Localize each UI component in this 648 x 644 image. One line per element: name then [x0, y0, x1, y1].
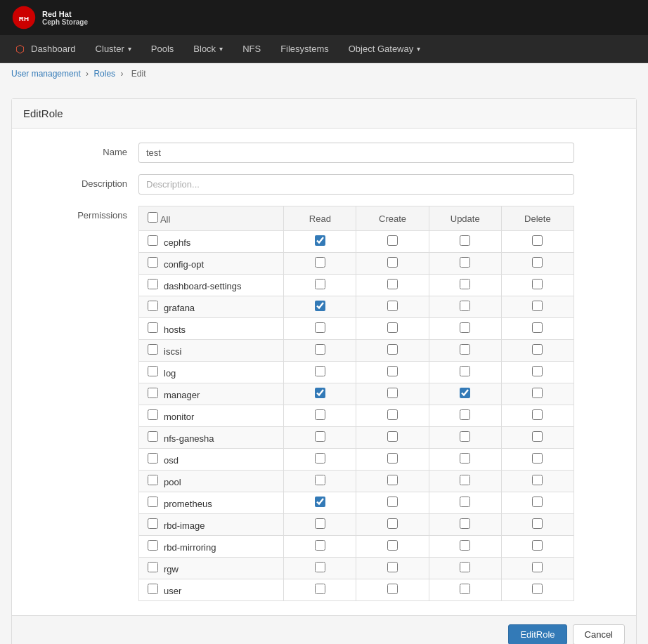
osd-create-checkbox[interactable]: [387, 453, 398, 464]
log-read-checkbox[interactable]: [315, 366, 325, 376]
row-all-checkbox-dashboard-settings[interactable]: [148, 279, 158, 289]
select-all-checkbox[interactable]: [148, 212, 158, 223]
iscsi-update-checkbox[interactable]: [460, 344, 470, 355]
rgw-delete-checkbox[interactable]: [532, 562, 543, 572]
user-update-checkbox[interactable]: [460, 584, 470, 594]
monitor-delete-checkbox[interactable]: [532, 409, 543, 420]
rbd-image-read-checkbox[interactable]: [315, 518, 325, 529]
edit-role-button[interactable]: EditRole: [508, 624, 566, 644]
config-opt-read-checkbox[interactable]: [315, 257, 325, 268]
grafana-update-checkbox[interactable]: [460, 301, 470, 311]
grafana-create-checkbox[interactable]: [387, 301, 398, 311]
user-delete-checkbox[interactable]: [532, 584, 543, 594]
nfs-ganesha-create-checkbox[interactable]: [387, 431, 398, 442]
manager-create-checkbox[interactable]: [387, 388, 398, 398]
prometheus-update-checkbox[interactable]: [460, 497, 470, 507]
name-input[interactable]: [138, 143, 574, 163]
manager-read-checkbox[interactable]: [315, 388, 325, 398]
config-opt-create-checkbox[interactable]: [387, 257, 398, 268]
iscsi-read-checkbox[interactable]: [315, 344, 325, 355]
log-delete-checkbox[interactable]: [532, 366, 543, 376]
rbd-mirroring-read-checkbox[interactable]: [315, 540, 325, 551]
breadcrumb-roles[interactable]: Roles: [93, 69, 115, 79]
monitor-read-checkbox[interactable]: [315, 409, 325, 420]
dashboard-settings-read-checkbox[interactable]: [315, 279, 325, 289]
row-all-checkbox-manager[interactable]: [148, 388, 158, 398]
monitor-update-checkbox[interactable]: [460, 409, 470, 420]
hosts-create-checkbox[interactable]: [387, 322, 398, 333]
row-all-checkbox-grafana[interactable]: [148, 301, 158, 311]
hosts-read-checkbox[interactable]: [315, 322, 325, 333]
rbd-image-delete-checkbox[interactable]: [532, 518, 543, 529]
row-all-checkbox-log[interactable]: [148, 366, 158, 376]
osd-delete-checkbox[interactable]: [532, 453, 543, 464]
prometheus-create-checkbox[interactable]: [387, 497, 398, 507]
manager-delete-checkbox[interactable]: [532, 388, 543, 398]
nav-block[interactable]: Block ▾: [183, 35, 233, 63]
hosts-delete-checkbox[interactable]: [532, 322, 543, 333]
row-all-checkbox-pool[interactable]: [148, 475, 158, 485]
row-all-checkbox-monitor[interactable]: [148, 409, 158, 420]
nav-nfs[interactable]: NFS: [233, 35, 271, 63]
config-opt-update-checkbox[interactable]: [460, 257, 470, 268]
pool-update-checkbox[interactable]: [460, 475, 470, 485]
nav-pools[interactable]: Pools: [141, 35, 184, 63]
rbd-image-update-checkbox[interactable]: [460, 518, 470, 529]
row-all-checkbox-user[interactable]: [148, 584, 158, 594]
rgw-update-checkbox[interactable]: [460, 562, 470, 572]
cephfs-delete-checkbox[interactable]: [532, 235, 543, 246]
rbd-image-create-checkbox[interactable]: [387, 518, 398, 529]
pool-create-checkbox[interactable]: [387, 475, 398, 485]
cephfs-create-checkbox[interactable]: [387, 235, 398, 246]
config-opt-delete-checkbox[interactable]: [532, 257, 543, 268]
grafana-delete-checkbox[interactable]: [532, 301, 543, 311]
osd-update-checkbox[interactable]: [460, 453, 470, 464]
user-read-checkbox[interactable]: [315, 584, 325, 594]
log-create-checkbox[interactable]: [387, 366, 398, 376]
cephfs-update-checkbox[interactable]: [460, 235, 470, 246]
pool-read-checkbox[interactable]: [315, 475, 325, 485]
row-all-checkbox-nfs-ganesha[interactable]: [148, 431, 158, 442]
nav-dashboard[interactable]: ⬡ Dashboard: [6, 35, 86, 63]
hosts-update-checkbox[interactable]: [460, 322, 470, 333]
prometheus-read-checkbox[interactable]: [315, 497, 325, 507]
nav-object-gateway[interactable]: Object Gateway ▾: [339, 35, 431, 63]
row-all-checkbox-cephfs[interactable]: [148, 235, 158, 246]
user-create-checkbox[interactable]: [387, 584, 398, 594]
rbd-mirroring-create-checkbox[interactable]: [387, 540, 398, 551]
iscsi-delete-checkbox[interactable]: [532, 344, 543, 355]
row-all-checkbox-rbd-image[interactable]: [148, 518, 158, 529]
row-all-checkbox-rbd-mirroring[interactable]: [148, 540, 158, 551]
row-all-checkbox-config-opt[interactable]: [148, 257, 158, 268]
nav-cluster[interactable]: Cluster ▾: [86, 35, 141, 63]
grafana-read-checkbox[interactable]: [315, 301, 325, 311]
iscsi-create-checkbox[interactable]: [387, 344, 398, 355]
pool-delete-checkbox[interactable]: [532, 475, 543, 485]
log-update-checkbox[interactable]: [460, 366, 470, 376]
prometheus-delete-checkbox[interactable]: [532, 497, 543, 507]
row-all-checkbox-iscsi[interactable]: [148, 344, 158, 355]
rbd-mirroring-delete-checkbox[interactable]: [532, 540, 543, 551]
rgw-read-checkbox[interactable]: [315, 562, 325, 572]
osd-read-checkbox[interactable]: [315, 453, 325, 464]
cancel-button[interactable]: Cancel: [573, 624, 625, 644]
rgw-create-checkbox[interactable]: [387, 562, 398, 572]
nfs-ganesha-update-checkbox[interactable]: [460, 431, 470, 442]
breadcrumb-user-management[interactable]: User management: [11, 69, 81, 79]
row-all-checkbox-osd[interactable]: [148, 453, 158, 464]
manager-update-checkbox[interactable]: [460, 388, 470, 398]
row-all-checkbox-prometheus[interactable]: [148, 497, 158, 507]
row-all-checkbox-rgw[interactable]: [148, 562, 158, 572]
dashboard-settings-update-checkbox[interactable]: [460, 279, 470, 289]
monitor-create-checkbox[interactable]: [387, 409, 398, 420]
nav-filesystems[interactable]: Filesystems: [271, 35, 339, 63]
cephfs-read-checkbox[interactable]: [315, 235, 325, 246]
resource-name-label: user: [164, 586, 181, 596]
dashboard-settings-create-checkbox[interactable]: [387, 279, 398, 289]
nfs-ganesha-read-checkbox[interactable]: [315, 431, 325, 442]
row-all-checkbox-hosts[interactable]: [148, 322, 158, 333]
description-input[interactable]: [138, 174, 574, 195]
nfs-ganesha-delete-checkbox[interactable]: [532, 431, 543, 442]
rbd-mirroring-update-checkbox[interactable]: [460, 540, 470, 551]
dashboard-settings-delete-checkbox[interactable]: [532, 279, 543, 289]
